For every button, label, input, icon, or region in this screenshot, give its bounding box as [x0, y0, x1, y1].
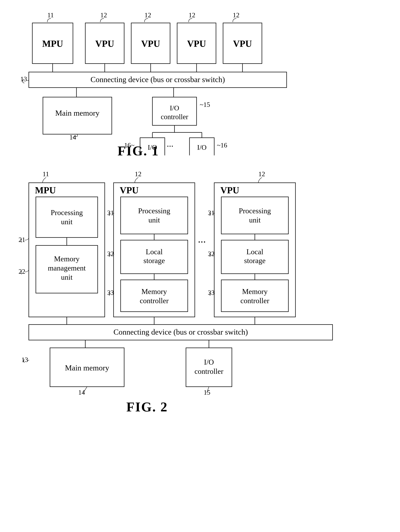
fig1-io2-label: I/O: [197, 143, 206, 151]
fig2-main-memory-label: Main memory: [65, 364, 109, 372]
fig2-ref-14: 14: [78, 389, 85, 396]
fig2-ref-12a: 12: [135, 170, 141, 178]
fig2-processing-unit-line2: unit: [61, 218, 73, 226]
fig2-vpu1-label: VPU: [120, 185, 139, 195]
fig2-processing-unit-line1: Processing: [51, 209, 83, 217]
fig1-dots: ···: [167, 141, 173, 151]
fig1-ref-14: 14: [70, 133, 76, 141]
fig1-ref-13: 13: [20, 75, 27, 83]
fig2-dots: ···: [198, 236, 206, 248]
fig1-ref-12c: 12: [189, 11, 195, 19]
fig2-vpu1-mc-box: [121, 280, 188, 312]
fig2-ref-12b: 12: [258, 170, 265, 178]
fig1-ref-16b: ~16: [217, 141, 227, 149]
fig1-io-controller-line2: controller: [161, 113, 188, 121]
fig1-vpu1-label: VPU: [95, 39, 114, 49]
fig2-vpu1-ls-line2: storage: [143, 257, 165, 265]
fig2-vpu2-mc-line2: controller: [240, 297, 269, 305]
fig2-vpu2-ls-line1: Local: [246, 248, 263, 256]
fig2-mpu-label: MPU: [35, 185, 56, 195]
fig1-vpu2-label: VPU: [141, 39, 160, 49]
fig1-mpu-label: MPU: [42, 39, 63, 49]
fig1-diagram: 11 12 12 12 12 MPU VPU VPU VPU VPU Conne…: [15, 11, 386, 155]
fig2-ref-22: 22: [19, 268, 25, 275]
fig1-label: FIG. 1: [117, 143, 159, 155]
fig2-vpu1-pu-box: [121, 197, 188, 234]
fig2-vpu2-ls-line2: storage: [244, 257, 266, 265]
fig2-io-ctrl-line1: I/O: [204, 358, 214, 366]
page: 11 12 12 12 12 MPU VPU VPU VPU VPU Conne…: [0, 0, 400, 532]
fig2-io-ctrl-line2: controller: [194, 367, 223, 375]
fig2-vpu1-ls-line1: Local: [146, 248, 163, 256]
fig1-io-controller-line1: I/O: [170, 104, 179, 112]
fig1-ref-11: 11: [47, 11, 54, 19]
fig2-ref-31b: 31: [208, 209, 215, 216]
fig2-label: FIG. 2: [126, 399, 168, 414]
fig2-vpu1-pu-line1: Processing: [138, 207, 170, 215]
fig1-ref-15: ~15: [200, 101, 210, 108]
fig2-vpu2-mc-line1: Memory: [242, 287, 267, 296]
fig1-ref-12a: 12: [100, 11, 107, 19]
fig2-vpu2-mc-box: [221, 280, 288, 312]
fig2-mmu-line1: Memory: [54, 255, 79, 263]
fig1-ref-12b: 12: [145, 11, 151, 19]
fig2-ref-21: 21: [19, 236, 25, 243]
fig2-ref-32a: 32: [107, 250, 114, 257]
fig2-ref-11: 11: [43, 170, 49, 178]
fig1-vpu4-label: VPU: [233, 39, 252, 49]
fig1-ref-12d: 12: [233, 11, 240, 19]
fig2-vpu1-pu-line2: unit: [148, 216, 160, 224]
fig1-vpu3-label: VPU: [187, 39, 206, 49]
fig1-connecting-label: Connecting device (bus or crossbar switc…: [90, 75, 225, 84]
fig2-mmu-line2: management: [48, 264, 86, 272]
fig2-ref-32b: 32: [208, 250, 215, 257]
fig2-processing-unit-box: [36, 197, 98, 237]
fig2-connecting-label: Connecting device (bus or crossbar switc…: [113, 328, 248, 336]
fig2-vpu2-pu-line2: unit: [249, 216, 261, 224]
fig2-vpu1-mc-line2: controller: [140, 297, 168, 305]
fig1-main-memory-label1: Main memory: [55, 109, 99, 117]
fig2-vpu1-mc-line1: Memory: [141, 287, 167, 296]
fig2-vpu2-label: VPU: [220, 185, 239, 195]
fig2-ref-33a: 33: [107, 289, 114, 296]
fig2-vpu2-pu-line1: Processing: [239, 207, 271, 215]
fig2-vpu2-pu-box: [221, 197, 288, 234]
fig2-ref-33b: 33: [208, 289, 215, 296]
fig2-ref-13: 13: [21, 356, 28, 363]
fig2-mmu-line3: unit: [61, 273, 73, 281]
fig2-diagram: 11 12 12 MPU Processing unit Memory mana…: [15, 170, 386, 417]
fig2-ref-31a: 31: [107, 209, 114, 216]
